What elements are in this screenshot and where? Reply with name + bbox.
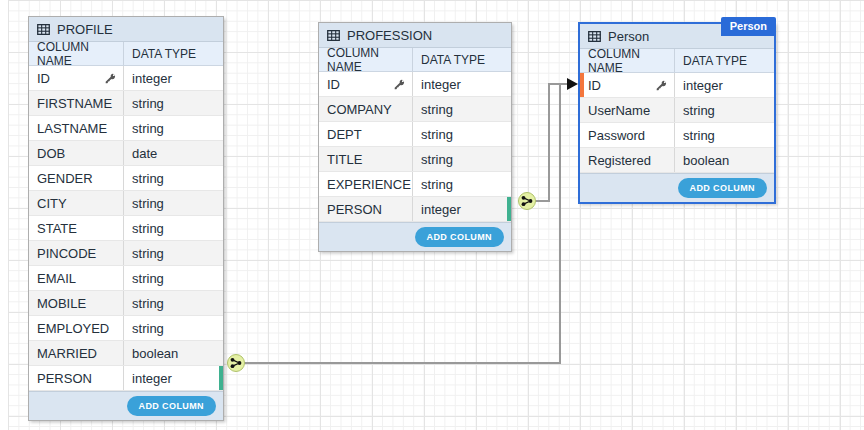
- column-name: DEPT: [327, 127, 362, 142]
- column-type: string: [413, 147, 511, 171]
- data-type-header: DATA TYPE: [124, 47, 196, 61]
- table-rows: ID integer FIRSTNAME string: [29, 66, 223, 391]
- primary-key-icon: [656, 80, 667, 91]
- column-name: Password: [588, 128, 645, 143]
- card-footer: ADD COLUMN: [580, 173, 774, 202]
- column-name: COMPANY: [327, 102, 392, 117]
- table-row[interactable]: GENDER string: [29, 166, 223, 191]
- column-type: integer: [413, 197, 511, 221]
- table-row[interactable]: EMAIL string: [29, 266, 223, 291]
- column-type: date: [124, 141, 223, 165]
- table-row[interactable]: FIRSTNAME string: [29, 91, 223, 116]
- column-name-header: COLUMN NAME: [319, 48, 413, 71]
- schema-designer-canvas: PROFILE COLUMN NAME DATA TYPE ID integer: [0, 0, 864, 430]
- table-row[interactable]: PINCODE string: [29, 241, 223, 266]
- column-name: ID: [327, 77, 340, 92]
- column-name: MOBILE: [37, 296, 86, 311]
- table-card-header[interactable]: PROFILE: [29, 17, 223, 42]
- table-row[interactable]: PERSON integer: [319, 197, 511, 222]
- table-title: Person: [608, 29, 649, 44]
- table-rows: ID integer UserName string: [580, 73, 774, 173]
- column-name: EXPERIENCE: [327, 177, 411, 192]
- data-type-header: DATA TYPE: [675, 54, 747, 68]
- table-icon: [37, 24, 50, 35]
- table-title: PROFILE: [57, 22, 113, 37]
- column-type: integer: [413, 72, 511, 96]
- table-row[interactable]: COMPANY string: [319, 97, 511, 122]
- column-type: string: [675, 123, 774, 147]
- connector-node-icon[interactable]: [519, 193, 536, 210]
- column-name: STATE: [37, 221, 77, 236]
- column-name: ID: [588, 78, 601, 93]
- table-row[interactable]: EXPERIENCE string: [319, 172, 511, 197]
- table-row[interactable]: DEPT string: [319, 122, 511, 147]
- column-type: boolean: [675, 148, 774, 172]
- primary-key-icon: [394, 79, 405, 90]
- data-type-header: DATA TYPE: [413, 53, 485, 67]
- table-row[interactable]: UserName string: [580, 98, 774, 123]
- column-type: string: [413, 172, 511, 196]
- connector-node-icon[interactable]: [228, 355, 245, 372]
- column-name: LASTNAME: [37, 121, 107, 136]
- table-row[interactable]: DOB date: [29, 141, 223, 166]
- column-name: DOB: [37, 146, 65, 161]
- column-type: string: [675, 98, 774, 122]
- table-card-profession[interactable]: PROFESSION COLUMN NAME DATA TYPE ID inte…: [318, 22, 512, 252]
- column-name: TITLE: [327, 152, 362, 167]
- column-header-row: COLUMN NAME DATA TYPE: [580, 49, 774, 73]
- column-name-header: COLUMN NAME: [29, 42, 124, 65]
- table-row[interactable]: Password string: [580, 123, 774, 148]
- column-type: string: [124, 291, 223, 315]
- add-column-button[interactable]: ADD COLUMN: [415, 227, 505, 247]
- column-type: string: [413, 97, 511, 121]
- table-card-header[interactable]: PROFESSION: [319, 23, 511, 48]
- column-type: integer: [124, 366, 223, 390]
- column-name: Registered: [588, 153, 651, 168]
- table-row[interactable]: LASTNAME string: [29, 116, 223, 141]
- column-name: MARRIED: [37, 346, 97, 361]
- add-column-button[interactable]: ADD COLUMN: [678, 178, 768, 198]
- table-card-person[interactable]: Person Person COLUMN NAME DATA TYPE ID: [578, 22, 776, 204]
- column-header-row: COLUMN NAME DATA TYPE: [319, 48, 511, 72]
- column-type: string: [124, 266, 223, 290]
- table-row[interactable]: CITY string: [29, 191, 223, 216]
- table-row[interactable]: STATE string: [29, 216, 223, 241]
- table-title: PROFESSION: [347, 28, 432, 43]
- column-name: FIRSTNAME: [37, 96, 112, 111]
- table-card-profile[interactable]: PROFILE COLUMN NAME DATA TYPE ID integer: [28, 16, 224, 421]
- column-header-row: COLUMN NAME DATA TYPE: [29, 42, 223, 66]
- table-row[interactable]: MARRIED boolean: [29, 341, 223, 366]
- table-row[interactable]: ID integer: [580, 73, 774, 98]
- column-name: PERSON: [327, 202, 382, 217]
- relation-wire-profession-person: [535, 84, 569, 201]
- table-row[interactable]: ID integer: [29, 66, 223, 91]
- table-row[interactable]: EMPLOYED string: [29, 316, 223, 341]
- column-type: string: [124, 166, 223, 190]
- table-row[interactable]: TITLE string: [319, 147, 511, 172]
- column-name-header: COLUMN NAME: [580, 49, 675, 72]
- column-name: PERSON: [37, 371, 92, 386]
- person-badge: Person: [721, 17, 776, 36]
- card-footer: ADD COLUMN: [319, 222, 511, 251]
- column-name: EMPLOYED: [37, 321, 109, 336]
- column-type: string: [124, 191, 223, 215]
- column-name: EMAIL: [37, 271, 76, 286]
- card-footer: ADD COLUMN: [29, 391, 223, 420]
- table-row[interactable]: MOBILE string: [29, 291, 223, 316]
- column-type: boolean: [124, 341, 223, 365]
- table-icon: [327, 30, 340, 41]
- primary-key-icon: [105, 73, 116, 84]
- relation-arrowhead-icon: [567, 78, 578, 90]
- table-icon: [588, 31, 601, 42]
- column-type: string: [124, 316, 223, 340]
- column-type: string: [124, 91, 223, 115]
- table-row[interactable]: PERSON integer: [29, 366, 223, 391]
- column-type: integer: [675, 73, 774, 97]
- table-row[interactable]: ID integer: [319, 72, 511, 97]
- column-type: string: [413, 122, 511, 146]
- table-row[interactable]: Registered boolean: [580, 148, 774, 173]
- column-name: PINCODE: [37, 246, 96, 261]
- column-name: ID: [37, 71, 50, 86]
- add-column-button[interactable]: ADD COLUMN: [127, 396, 217, 416]
- column-name: GENDER: [37, 171, 93, 186]
